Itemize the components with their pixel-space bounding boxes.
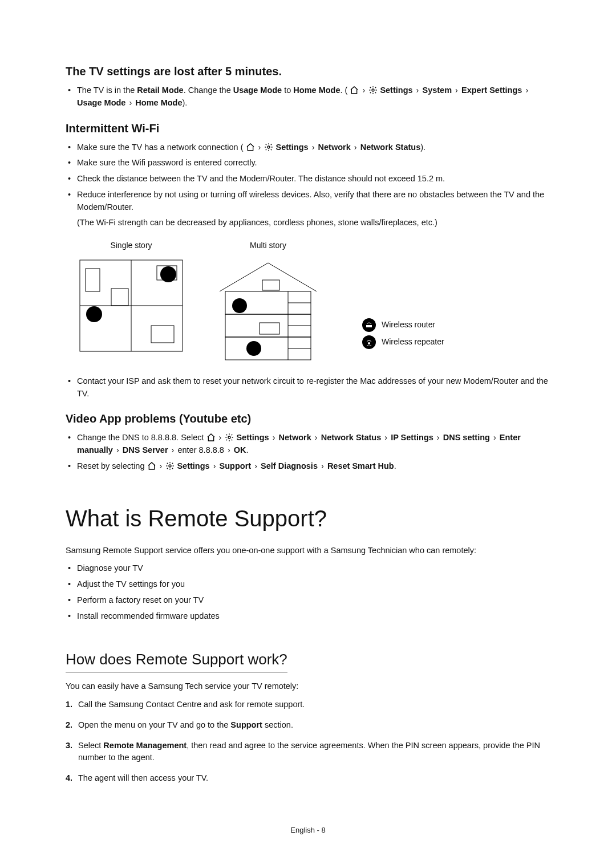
text: Reduce interference by not using or turn… bbox=[77, 190, 544, 212]
text: . Change the bbox=[184, 86, 233, 95]
floorplan-single-icon bbox=[77, 257, 185, 354]
list-item: Contact your ISP and ask them to reset y… bbox=[77, 375, 550, 400]
list-item: Reset by selecting › Settings › Support … bbox=[77, 460, 550, 473]
text: Adjust the TV settings for you bbox=[77, 579, 185, 589]
svg-point-1 bbox=[268, 146, 270, 148]
list-item: Check the distance between the TV and th… bbox=[77, 173, 550, 185]
path-seg: DNS setting bbox=[443, 433, 490, 442]
legend-label: Wireless repeater bbox=[382, 336, 444, 348]
svg-point-7 bbox=[160, 266, 176, 282]
svg-point-17 bbox=[246, 341, 261, 356]
gear-icon bbox=[225, 433, 234, 442]
path-seg: Settings bbox=[380, 86, 412, 95]
path-seg: Self Diagnosis bbox=[261, 461, 318, 470]
list-video-app: Change the DNS to 8.8.8.8. Select › Sett… bbox=[66, 432, 550, 472]
list-item: Perform a factory reset on your TV bbox=[77, 594, 550, 607]
chevron-right-icon: › bbox=[116, 445, 119, 455]
chevron-right-icon: › bbox=[258, 143, 261, 152]
step-item: Select Remote Management, then read and … bbox=[78, 740, 550, 765]
text: Perform a factory reset on your TV bbox=[77, 595, 204, 604]
list-item: Change the DNS to 8.8.8.8. Select › Sett… bbox=[77, 432, 550, 457]
chevron-right-icon: › bbox=[493, 433, 496, 442]
diagram-label: Multi story bbox=[214, 240, 322, 251]
gear-icon bbox=[165, 461, 175, 470]
path-seg: Settings bbox=[177, 461, 209, 470]
text: ). bbox=[420, 143, 425, 152]
list-item: Make sure the Wifi password is entered c… bbox=[77, 157, 550, 169]
text: . bbox=[394, 461, 396, 470]
list-item: Diagnose your TV bbox=[77, 562, 550, 575]
path-seg: DNS Server bbox=[123, 445, 168, 455]
svg-point-15 bbox=[232, 298, 247, 313]
list-intermittent-wifi: Make sure the TV has a network connectio… bbox=[66, 141, 550, 230]
text: Install recommended firmware updates bbox=[77, 611, 220, 620]
step-item: Open the menu on your TV and go to the S… bbox=[78, 719, 550, 732]
list-remote-support: Diagnose your TV Adjust the TV settings … bbox=[66, 562, 550, 622]
chevron-right-icon: › bbox=[437, 433, 440, 442]
steps-remote-support: Call the Samsung Contact Centre and ask … bbox=[66, 699, 550, 785]
path-seg: IP Settings bbox=[391, 433, 433, 442]
gear-icon bbox=[368, 86, 378, 95]
chevron-right-icon: › bbox=[354, 143, 357, 152]
text: Contact your ISP and ask them to reset y… bbox=[77, 376, 548, 398]
list-item: Adjust the TV settings for you bbox=[77, 578, 550, 591]
diagram-legend: Wireless router Wireless repeater bbox=[362, 315, 444, 352]
chevron-right-icon: › bbox=[525, 86, 528, 95]
text: Change the DNS to 8.8.8.8. Select bbox=[77, 433, 206, 442]
list-wifi-tail: Contact your ISP and ask them to reset y… bbox=[66, 375, 550, 400]
text: Diagnose your TV bbox=[77, 563, 143, 573]
chevron-right-icon: › bbox=[254, 461, 257, 470]
chevron-right-icon: › bbox=[273, 433, 275, 442]
list-item: Install recommended firmware updates bbox=[77, 610, 550, 623]
svg-point-25 bbox=[169, 465, 171, 467]
legend-row-router: Wireless router bbox=[362, 318, 444, 332]
svg-rect-5 bbox=[111, 289, 128, 306]
floorplan-multi-icon bbox=[214, 257, 322, 366]
text: Select bbox=[78, 741, 103, 750]
chevron-right-icon: › bbox=[129, 98, 132, 107]
step-item: Call the Samsung Contact Centre and ask … bbox=[78, 699, 550, 711]
chevron-right-icon: › bbox=[384, 433, 387, 442]
nav-path: › Settings › Support › Self Diagnosis › … bbox=[147, 461, 394, 470]
list-item: The TV is in the Retail Mode. Change the… bbox=[77, 84, 550, 109]
nav-path: › Settings › Network › Network Status bbox=[244, 143, 421, 152]
path-seg: Support bbox=[220, 461, 252, 470]
path-seg: Settings bbox=[236, 433, 269, 442]
intro-remote-support: Samsung Remote Support service offers yo… bbox=[66, 545, 550, 557]
path-seg: Settings bbox=[275, 143, 308, 152]
diagram-multi-story: Multi story bbox=[214, 240, 322, 370]
diagram-label: Single story bbox=[77, 240, 185, 251]
legend-row-repeater: Wireless repeater bbox=[362, 335, 444, 349]
text-bold: Usage Mode bbox=[233, 86, 282, 95]
chevron-right-icon: › bbox=[219, 433, 222, 442]
text-bold: Support bbox=[230, 720, 262, 729]
chevron-right-icon: › bbox=[416, 86, 419, 95]
path-seg: Reset Smart Hub bbox=[327, 461, 394, 470]
chevron-right-icon: › bbox=[213, 461, 216, 470]
svg-rect-10 bbox=[86, 269, 100, 291]
home-icon bbox=[246, 143, 255, 152]
path-seg: Network Status bbox=[321, 433, 382, 442]
text: Call the Samsung Contact Centre and ask … bbox=[78, 700, 305, 709]
heading-tv-settings-lost: The TV settings are lost after 5 minutes… bbox=[66, 63, 550, 80]
chevron-right-icon: › bbox=[455, 86, 458, 95]
path-seg: OK bbox=[234, 445, 246, 455]
text: Make sure the TV has a network connectio… bbox=[77, 143, 244, 152]
text: ). bbox=[183, 98, 188, 107]
chevron-right-icon: › bbox=[160, 461, 163, 470]
path-seg: Network bbox=[318, 143, 351, 152]
wifi-diagrams: Single story Multi story bbox=[77, 240, 550, 370]
text: The TV is in the bbox=[77, 86, 137, 95]
svg-point-8 bbox=[86, 306, 102, 322]
intro-how-remote: You can easily have a Samsung Tech servi… bbox=[66, 680, 550, 693]
text: The agent will then access your TV. bbox=[78, 773, 208, 782]
path-seg: Network bbox=[279, 433, 311, 442]
text: Reset by selecting bbox=[77, 461, 147, 470]
text: . ( bbox=[341, 86, 348, 95]
path-seg: Network Status bbox=[360, 143, 421, 152]
heading-what-is-remote-support: What is Remote Support? bbox=[66, 501, 550, 535]
home-icon bbox=[206, 433, 216, 442]
chevron-right-icon: › bbox=[312, 143, 315, 152]
router-icon bbox=[362, 318, 376, 332]
sub-note: (The Wi-Fi strength can be decreased by … bbox=[77, 217, 550, 229]
